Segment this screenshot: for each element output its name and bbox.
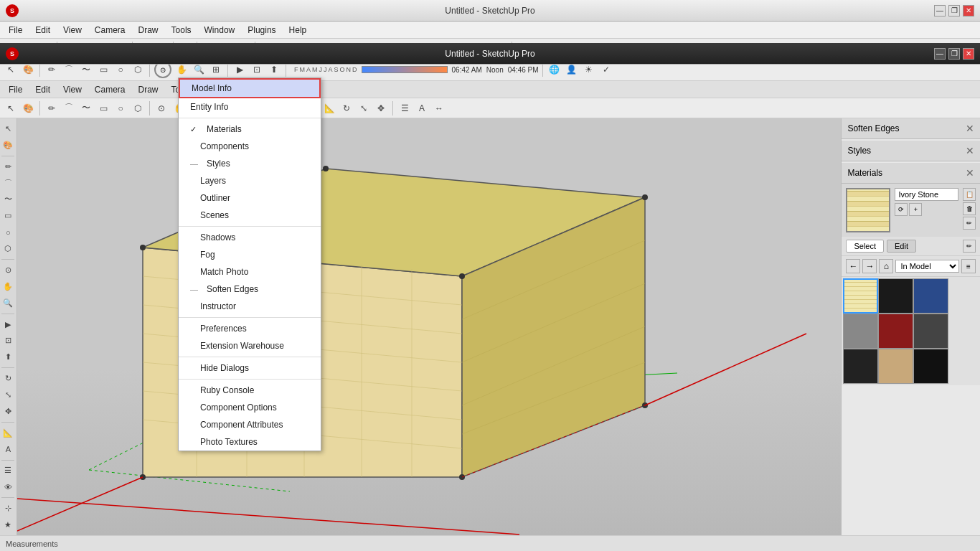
restore-button-2[interactable]: ❐ [948,48,960,60]
dim-btn[interactable]: ↔ [431,100,447,116]
window-dropdown-menu[interactable]: Model Info Entity Info ✓ Materials Compo… [178,77,321,451]
lt-walk[interactable]: 👁 [0,479,16,494]
lt-scale[interactable]: ⤡ [0,387,16,402]
circle-tool-2[interactable]: ○ [113,100,128,116]
menu-file[interactable]: File [3,24,28,37]
menu-ext-warehouse[interactable]: Extension Warehouse [179,337,321,354]
minimize-button[interactable]: — [934,5,946,17]
menu-edit-2[interactable]: Edit [29,83,56,96]
lt-measure[interactable]: 📐 [0,425,16,441]
nav-home[interactable]: ⌂ [879,259,893,273]
paint-tool-2[interactable]: 🎨 [20,100,36,116]
swatch-navy[interactable] [913,278,948,314]
menu-draw-2[interactable]: Draw [133,83,164,96]
lt-section[interactable]: ☰ [0,463,16,479]
menu-camera-2[interactable]: Camera [89,83,131,96]
swatch-ivory[interactable] [843,278,878,314]
menu-preferences[interactable]: Preferences [179,320,321,337]
mat-btn-2[interactable]: + [909,203,922,216]
lt-paint[interactable]: 🎨 [0,138,16,153]
mat-btn-1[interactable]: ⟳ [895,203,908,216]
styles-close[interactable]: ✕ [966,145,974,156]
text-btn[interactable]: A [414,100,430,116]
measure-btn[interactable]: 📐 [321,100,337,116]
swatch-black2[interactable] [843,349,878,384]
orbit-btn-2[interactable]: ⊙ [154,100,169,116]
menu-edit[interactable]: Edit [29,24,56,37]
lt-rect[interactable]: ▭ [0,208,16,223]
menu-shadows[interactable]: Shadows [179,229,321,246]
lt-arc[interactable]: ⌒ [0,176,16,191]
menu-file-2[interactable]: File [3,83,28,96]
menu-ruby-console[interactable]: Ruby Console [179,382,321,399]
time-gradient-2[interactable] [362,66,448,73]
lt-rotate[interactable]: ↻ [0,371,16,386]
tab-edit[interactable]: Edit [887,240,916,253]
menu-materials[interactable]: ✓ Materials [179,121,321,138]
lt-extra2[interactable]: ★ [0,517,16,532]
section-btn[interactable]: ☰ [397,100,413,116]
lt-circle[interactable]: ○ [0,225,16,240]
menu-plugins[interactable]: Plugins [242,24,281,37]
canvas-area[interactable] [17,118,842,535]
scale-btn[interactable]: ⤡ [356,100,372,116]
soften-edges-close[interactable]: ✕ [966,123,974,134]
mat-side-btn1[interactable]: 📋 [963,188,976,201]
nav-back[interactable]: ← [846,259,860,273]
swatch-gray1[interactable] [843,314,878,349]
close-button[interactable]: ✕ [963,5,974,17]
materials-close[interactable]: ✕ [966,167,974,179]
menu-scenes[interactable]: Scenes [179,207,321,224]
model-dropdown[interactable]: In Model [895,260,959,273]
tab-select[interactable]: Select [846,240,884,253]
lt-extra1[interactable]: ⊹ [0,501,16,516]
menu-model-info[interactable]: Model Info [179,78,321,98]
swatch-darkgray[interactable] [913,314,948,349]
arc-tool-2[interactable]: ⌒ [61,100,77,116]
lt-text[interactable]: A [0,442,16,457]
lt-free[interactable]: 〜 [0,192,16,207]
menu-window[interactable]: Window [199,24,241,37]
menu-view-2[interactable]: View [57,83,88,96]
dropdown-detail-btn[interactable]: ≡ [961,259,976,273]
menu-styles[interactable]: — Styles [179,155,321,172]
lt-follow[interactable]: ▶ [0,317,16,332]
lt-zoom[interactable]: 🔍 [0,296,16,311]
polygon-tool-2[interactable]: ⬡ [130,100,146,116]
select-tool-2[interactable]: ↖ [3,100,19,116]
lt-move[interactable]: ✥ [0,404,16,419]
lt-line[interactable]: ✏ [0,159,16,174]
restore-button[interactable]: ❐ [948,5,960,17]
rect-tool-2[interactable]: ▭ [95,100,111,116]
menu-help[interactable]: Help [283,24,313,37]
menu-component-options[interactable]: Component Options [179,399,321,416]
lt-pan[interactable]: ✋ [0,279,16,294]
menu-outliner[interactable]: Outliner [179,189,321,207]
swatch-black1[interactable] [878,278,913,314]
nav-forward[interactable]: → [862,259,877,273]
menu-component-attributes[interactable]: Component Attributes [179,416,321,433]
lt-offset[interactable]: ⊡ [0,334,16,349]
menu-hide-dialogs[interactable]: Hide Dialogs [179,359,321,377]
draw-line-2[interactable]: ✏ [44,100,60,116]
menu-layers[interactable]: Layers [179,172,321,189]
menu-tools[interactable]: Tools [166,24,197,37]
lt-orbit[interactable]: ⊙ [0,263,16,278]
menu-instructor[interactable]: Instructor [179,298,321,315]
menu-draw[interactable]: Draw [133,24,164,37]
rotate-btn[interactable]: ↻ [339,100,354,116]
lt-push[interactable]: ⬆ [0,349,16,364]
mat-side-btn2[interactable]: 🗑 [963,202,976,215]
material-name-input[interactable] [895,188,958,201]
menu-photo-textures[interactable]: Photo Textures [179,433,321,451]
menu-soften-edges[interactable]: — Soften Edges [179,281,321,298]
menu-match-photo[interactable]: Match Photo [179,263,321,281]
lt-poly[interactable]: ⬡ [0,241,16,256]
mat-side-btn3[interactable]: ✏ [963,217,976,230]
move-btn[interactable]: ✥ [373,100,389,116]
lt-select[interactable]: ↖ [0,121,16,136]
menu-fog[interactable]: Fog [179,246,321,263]
swatch-red[interactable] [878,314,913,349]
menu-components[interactable]: Components [179,138,321,155]
menu-camera[interactable]: Camera [89,24,131,37]
